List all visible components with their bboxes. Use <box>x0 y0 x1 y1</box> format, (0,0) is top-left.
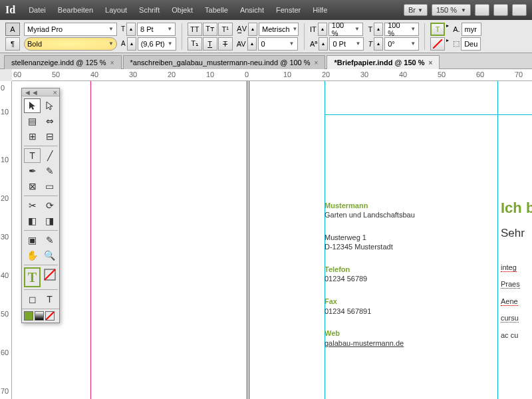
content-collector-tool[interactable]: ⊞ <box>24 129 41 144</box>
screen-mode-button[interactable]: ▢ <box>493 4 508 16</box>
apply-none-button[interactable] <box>45 311 55 321</box>
horizontal-ruler[interactable]: 60 50 40 30 20 10 0 10 20 30 40 50 60 70 <box>12 69 532 81</box>
view-mode-button[interactable]: ▭ <box>475 4 489 16</box>
menu-datei[interactable]: Datei <box>23 3 51 17</box>
paragraph-mode-button[interactable]: ¶ <box>5 37 20 51</box>
zoom-tool[interactable]: 🔍 <box>41 248 58 263</box>
baseline-icon: Aª <box>310 40 317 48</box>
menu-hilfe[interactable]: Hilfe <box>307 3 332 17</box>
note-tool[interactable]: ▣ <box>24 233 41 247</box>
skew-select[interactable]: 0°▼ <box>384 37 419 51</box>
smallcaps-button[interactable]: Tᴛ <box>203 23 217 36</box>
free-transform-tool[interactable]: ⟳ <box>41 198 58 213</box>
formatting-container-button[interactable]: ◻ <box>24 292 41 307</box>
close-icon[interactable]: × <box>110 59 114 66</box>
font-size-select[interactable]: 8 Pt▼ <box>137 23 176 36</box>
menu-ansicht[interactable]: Ansicht <box>235 3 269 17</box>
formatting-text-button[interactable]: T <box>41 292 58 307</box>
bridge-button[interactable]: Br▼ <box>404 4 428 16</box>
apply-color-button[interactable] <box>24 311 33 321</box>
stroke-swatch[interactable] <box>41 267 58 282</box>
tracking-stepper[interactable]: ▴ <box>247 37 257 51</box>
quick-apply[interactable]: myr <box>462 23 481 36</box>
document-canvas[interactable]: Mustermann Garten und Landschaftsbau Mus… <box>12 81 532 399</box>
rectangle-tool[interactable]: ▭ <box>41 179 58 194</box>
selection-tool[interactable] <box>24 98 41 113</box>
menu-layout[interactable]: Layout <box>100 3 132 17</box>
line-tool[interactable]: ╱ <box>41 148 58 163</box>
kerning-select[interactable]: Metrisch▼ <box>259 23 299 36</box>
page-tool[interactable]: ▤ <box>24 114 41 128</box>
vscale-stepper[interactable]: ▴ <box>318 23 327 36</box>
pencil-tool[interactable]: ✎ <box>41 164 58 178</box>
language-select[interactable]: Deu <box>461 37 481 51</box>
text-frame-body[interactable]: Ich b Sehr integ Praes Aene cursu ac cu <box>501 200 532 399</box>
skew-icon: T <box>368 40 372 48</box>
tab-briefpapier[interactable]: *Briefpapier.indd @ 150 %× <box>327 55 440 69</box>
close-icon[interactable]: × <box>53 88 57 96</box>
font-family-select[interactable]: Myriad Pro▼ <box>24 23 117 36</box>
fill-color-button[interactable]: T <box>430 23 445 36</box>
zoom-level[interactable]: 150 %▼ <box>432 4 471 16</box>
leading-select[interactable]: (9,6 Pt)▼ <box>138 37 176 51</box>
hscale-select[interactable]: 100 %▼ <box>384 23 419 36</box>
character-mode-button[interactable]: A <box>5 23 20 36</box>
size-stepper[interactable]: ▴ <box>126 23 136 36</box>
phone-number: 01234 56789 <box>325 274 481 283</box>
menu-bar: Id Datei Bearbeiten Layout Schrift Objek… <box>0 0 532 20</box>
tools-panel[interactable]: ◄◄× ▤ ⇔ ⊞ ⊟ T ╱ ✒ ✎ ⊠ ▭ ✂ ⟳ ◧ ◨ ▣ ✎ ✋ 🔍 … <box>21 88 60 323</box>
lorem-line: Praes <box>501 280 520 289</box>
tab-anschreiben[interactable]: *anschreiben_galabau_mustermann-neu.indd… <box>123 55 326 69</box>
text-frame-address[interactable]: Mustermann Garten und Landschaftsbau Mus… <box>325 201 481 399</box>
fax-label: Fax <box>325 297 481 306</box>
kerning-stepper[interactable]: ▴ <box>248 23 257 36</box>
vscale-select[interactable]: 100 %▼ <box>329 23 363 36</box>
tracking-select[interactable]: 0▼ <box>258 37 298 51</box>
close-icon[interactable]: × <box>428 59 432 66</box>
type-tool[interactable]: T <box>24 148 41 163</box>
menu-schrift[interactable]: Schrift <box>134 3 165 17</box>
skew-stepper[interactable]: ▴ <box>374 37 383 51</box>
eyedropper-tool[interactable]: ✎ <box>41 233 58 247</box>
vertical-ruler[interactable]: 0 10 10 20 30 40 50 60 70 <box>0 81 12 399</box>
charstyle-icon: A. <box>453 25 460 33</box>
svg-line-0 <box>433 39 442 49</box>
leading-icon: A <box>121 40 126 47</box>
baseline-stepper[interactable]: ▴ <box>319 37 328 51</box>
font-style-select[interactable]: Bold▼ <box>24 37 117 51</box>
superscript-button[interactable]: T¹ <box>218 23 233 36</box>
direct-selection-tool[interactable] <box>41 98 58 113</box>
address-street: Musterweg 1 <box>325 233 481 242</box>
pen-tool[interactable]: ✒ <box>24 164 41 178</box>
hscale-icon: T <box>368 25 372 33</box>
allcaps-button[interactable]: TT <box>188 23 202 36</box>
menu-fenster[interactable]: Fenster <box>271 3 306 17</box>
hand-tool[interactable]: ✋ <box>24 248 41 263</box>
menu-bearbeiten[interactable]: Bearbeiten <box>53 3 98 17</box>
panel-header[interactable]: ◄◄× <box>22 88 59 96</box>
lorem-line: integ <box>501 263 517 272</box>
arrange-button[interactable]: ▦ <box>512 4 527 16</box>
rectangle-frame-tool[interactable]: ⊠ <box>24 179 41 194</box>
underline-button[interactable]: T <box>203 37 217 51</box>
fax-number: 01234 567891 <box>325 307 481 316</box>
tab-stellenanzeige[interactable]: stellenanzeige.indd @ 125 %× <box>4 55 122 69</box>
strikethrough-button[interactable]: T <box>218 37 233 51</box>
apply-gradient-button[interactable] <box>35 311 44 321</box>
subscript-button[interactable]: T₁ <box>188 37 202 51</box>
menu-objekt[interactable]: Objekt <box>166 3 198 17</box>
scissors-tool[interactable]: ✂ <box>24 198 41 213</box>
color-row <box>22 309 59 323</box>
baseline-select[interactable]: 0 Pt▼ <box>329 37 364 51</box>
phone-label: Telefon <box>325 265 481 274</box>
menu-tabelle[interactable]: Tabelle <box>200 3 233 17</box>
content-placer-tool[interactable]: ⊟ <box>41 129 58 144</box>
hscale-stepper[interactable]: ▴ <box>374 23 383 36</box>
gradient-feather-tool[interactable]: ◨ <box>41 213 58 228</box>
gap-tool[interactable]: ⇔ <box>41 114 58 128</box>
close-icon[interactable]: × <box>315 59 319 66</box>
gradient-swatch-tool[interactable]: ◧ <box>24 213 41 228</box>
leading-stepper[interactable]: ▴ <box>127 37 136 51</box>
stroke-color-button[interactable] <box>430 37 445 51</box>
fill-swatch[interactable]: T <box>24 267 41 287</box>
